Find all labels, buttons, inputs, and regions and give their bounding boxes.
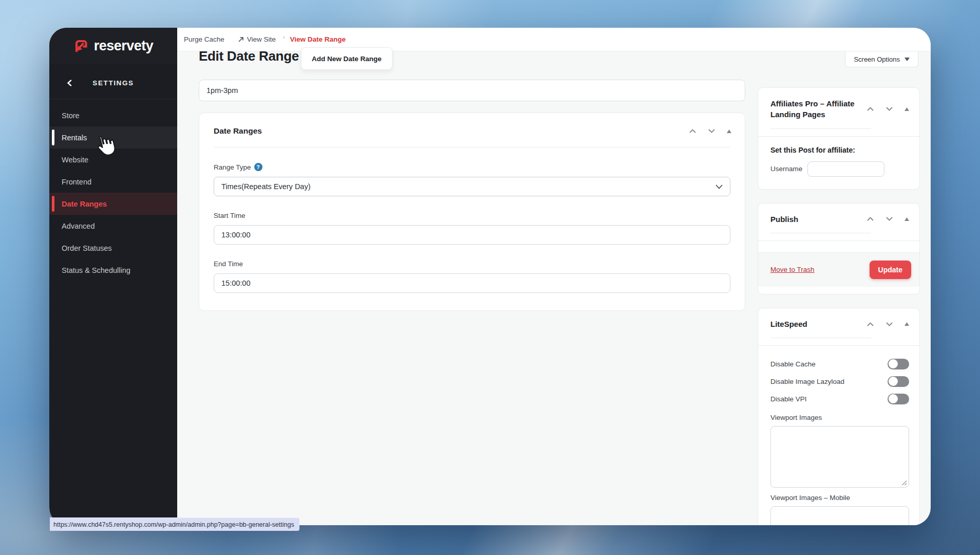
panel-controls xyxy=(866,322,909,327)
start-time-input[interactable] xyxy=(214,225,730,245)
main-area: Purge Cache View Site › View Date Range … xyxy=(177,28,931,525)
sidebar-item-status-scheduling[interactable]: Status & Schedulling xyxy=(49,259,177,281)
panel-title: LiteSpeed xyxy=(770,319,807,329)
set-post-affiliate-label: Set this Post for affiliate: xyxy=(770,146,909,154)
chevron-down-icon xyxy=(904,58,910,61)
toggle-knob xyxy=(889,359,898,368)
disable-vpi-label: Disable VPI xyxy=(770,395,807,403)
publish-panel: Publish Move to Trash Update xyxy=(758,203,920,294)
move-down-icon[interactable] xyxy=(885,322,893,327)
meta-boxes-column: Affiliates Pro – Affiliate Landing Pages… xyxy=(758,87,920,525)
brand: reservety xyxy=(49,28,177,64)
end-time-label: End Time xyxy=(214,260,243,268)
affiliate-username-input[interactable] xyxy=(807,161,884,177)
viewport-images-label: Viewport Images xyxy=(770,414,909,421)
viewport-images-field xyxy=(770,426,909,488)
sidebar-item-store[interactable]: Store xyxy=(49,104,177,126)
toggle-knob xyxy=(889,377,898,386)
settings-menu: Store Rentals Website Frontend Date Rang… xyxy=(49,99,177,281)
brand-name: reservety xyxy=(94,38,154,54)
browser-window: reservety SETTINGS Store Rentals Website… xyxy=(49,28,931,525)
toggle-knob xyxy=(889,394,898,403)
affiliates-panel: Affiliates Pro – Affiliate Landing Pages… xyxy=(758,87,920,190)
settings-header[interactable]: SETTINGS xyxy=(49,77,177,88)
plugin-sidebar: reservety SETTINGS Store Rentals Website… xyxy=(49,28,177,525)
external-link-icon xyxy=(238,36,244,43)
collapse-sidebar-icon[interactable] xyxy=(67,80,72,86)
disable-cache-toggle[interactable] xyxy=(888,359,909,369)
sidebar-item-advanced[interactable]: Advanced xyxy=(49,215,177,237)
sidebar-item-date-ranges[interactable]: Date Ranges xyxy=(49,193,177,215)
move-up-icon[interactable] xyxy=(866,216,874,221)
move-up-icon[interactable] xyxy=(866,322,874,327)
divider xyxy=(770,128,871,129)
screen-options-button[interactable]: Screen Options xyxy=(845,51,918,67)
link-preview-statusbar: https://www.chd47s5.rentyshop.com/wp-adm… xyxy=(50,517,299,531)
editor-column: Date Ranges Range Type xyxy=(199,80,745,311)
disable-image-lazyload-toggle[interactable] xyxy=(888,376,909,387)
settings-label: SETTINGS xyxy=(92,79,134,87)
username-label: Username xyxy=(770,165,802,173)
active-indicator-bar xyxy=(52,196,54,212)
viewport-images-mobile-field xyxy=(770,506,909,525)
panel-controls xyxy=(866,106,909,112)
purge-cache-link[interactable]: Purge Cache xyxy=(184,35,224,43)
divider xyxy=(770,338,871,338)
move-down-icon[interactable] xyxy=(885,106,893,112)
move-down-icon[interactable] xyxy=(708,128,715,134)
sidebar-item-frontend[interactable]: Frontend xyxy=(49,171,177,193)
hover-indicator-bar xyxy=(52,130,54,145)
page-title: Edit Date Range xyxy=(199,48,299,64)
range-type-select[interactable]: Times(Repeats Every Day) xyxy=(214,177,730,196)
disable-vpi-toggle[interactable] xyxy=(888,394,909,404)
move-up-icon[interactable] xyxy=(866,106,874,112)
collapse-toggle-icon[interactable] xyxy=(904,217,909,221)
panel-title: Affiliates Pro – Affiliate Landing Pages xyxy=(770,98,855,120)
collapse-toggle-icon[interactable] xyxy=(904,322,909,326)
range-type-label: Range Type xyxy=(214,163,251,171)
move-up-icon[interactable] xyxy=(689,128,696,134)
reservety-logo-icon xyxy=(73,38,89,53)
date-ranges-panel: Date Ranges Range Type xyxy=(199,113,745,311)
disable-image-lazyload-label: Disable Image Lazyload xyxy=(770,378,844,385)
litespeed-panel: LiteSpeed Disable Cache Disable Image La… xyxy=(758,308,920,525)
view-site-link[interactable]: View Site xyxy=(238,35,276,43)
panel-title: Publish xyxy=(770,214,798,225)
viewport-images-mobile-label: Viewport Images – Mobile xyxy=(770,494,909,502)
collapse-toggle-icon[interactable] xyxy=(904,107,909,111)
sidebar-item-order-statuses[interactable]: Order Statuses xyxy=(49,237,177,259)
add-new-date-range-button[interactable]: Add New Date Range xyxy=(301,47,392,70)
help-icon[interactable] xyxy=(254,163,262,171)
breadcrumb-separator: › xyxy=(283,34,285,40)
viewport-images-textarea[interactable] xyxy=(770,426,909,488)
start-time-label: Start Time xyxy=(214,212,246,219)
viewport-images-mobile-textarea[interactable] xyxy=(770,506,909,525)
end-time-input[interactable] xyxy=(214,273,730,293)
move-down-icon[interactable] xyxy=(885,216,893,221)
panel-controls xyxy=(689,128,731,134)
post-title-input[interactable] xyxy=(199,80,745,101)
disable-cache-label: Disable Cache xyxy=(770,360,816,368)
divider xyxy=(770,233,871,233)
panel-controls xyxy=(866,216,909,221)
select-chevron-icon xyxy=(715,184,723,189)
view-date-range-link[interactable]: View Date Range xyxy=(290,35,346,43)
move-to-trash-link[interactable]: Move to Trash xyxy=(770,266,815,273)
collapse-toggle-icon[interactable] xyxy=(727,130,731,133)
panel-title: Date Ranges xyxy=(214,126,262,136)
update-button[interactable]: Update xyxy=(870,261,911,279)
